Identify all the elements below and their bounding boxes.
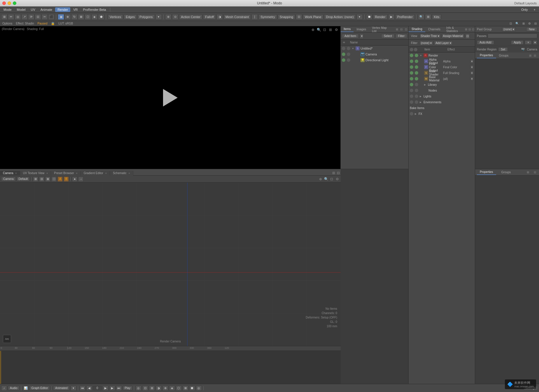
bc-icon2[interactable]: ⊡ bbox=[142, 386, 148, 391]
tb-icon4[interactable]: ↗ bbox=[21, 14, 28, 20]
vtab-uv[interactable]: UV Texture View × bbox=[20, 171, 51, 176]
auto-add-btn[interactable]: Auto Add bbox=[477, 40, 494, 45]
light-eye[interactable] bbox=[342, 58, 345, 62]
tab-area-expand[interactable]: ⊞ bbox=[331, 171, 336, 175]
cam-icon2[interactable]: ⊟ bbox=[39, 176, 44, 182]
close-button[interactable] bbox=[2, 1, 6, 5]
lights-vis[interactable] bbox=[415, 94, 418, 98]
passes-input[interactable] bbox=[488, 34, 537, 38]
scene-arrow[interactable]: ▼ bbox=[352, 47, 355, 50]
cam-icon8[interactable]: → bbox=[78, 176, 83, 182]
tb-snap2[interactable]: ⊙ bbox=[172, 14, 178, 20]
menu-model[interactable]: Model bbox=[15, 7, 28, 12]
tree-item-scene[interactable]: ▼ S Untitled* bbox=[341, 46, 408, 51]
items-settings[interactable]: ⊡ bbox=[404, 27, 408, 32]
audio-btn[interactable]: Audio bbox=[8, 386, 20, 390]
status-ctrl2[interactable]: 🔍 bbox=[515, 22, 519, 25]
animated-arrow[interactable]: ▾ bbox=[71, 386, 76, 391]
render-vis[interactable] bbox=[415, 54, 418, 57]
snapping-btn[interactable]: Snapping bbox=[278, 14, 295, 20]
filter-btn[interactable]: Filter bbox=[396, 34, 407, 38]
shade-item-bake[interactable]: Bake Items bbox=[409, 105, 475, 111]
tb-snap-magnet[interactable]: ⊡ bbox=[296, 14, 302, 20]
play-label[interactable]: Play bbox=[123, 386, 132, 390]
propb-expand[interactable]: ⊞ bbox=[526, 170, 530, 175]
bm-dropdown[interactable]: ▾ bbox=[470, 77, 474, 81]
status-ctrl3[interactable]: ⊞ bbox=[522, 22, 525, 25]
shade-item-environments[interactable]: ▶ Environments bbox=[409, 99, 475, 105]
jump-end-btn[interactable]: ⏭ bbox=[116, 386, 122, 391]
tb-search-icon[interactable]: 🔍 bbox=[418, 14, 424, 20]
menu-render[interactable]: Render bbox=[55, 7, 70, 12]
vp-ctrl-settings[interactable]: ⚙ bbox=[334, 27, 339, 32]
cam-view-ctrl3[interactable]: ⊡ bbox=[329, 177, 334, 181]
tb-scale[interactable]: ⊠ bbox=[78, 14, 84, 20]
alpha-eye[interactable] bbox=[410, 60, 413, 63]
cam-view-ctrl1[interactable]: ⊕ bbox=[318, 177, 323, 181]
shade-item-base-shader[interactable]: S Base Shader Full Shading ▾ bbox=[409, 70, 475, 76]
apply-x-btn[interactable]: × bbox=[525, 40, 532, 45]
nodes-vis[interactable] bbox=[415, 89, 418, 92]
cam-default-btn[interactable]: Default bbox=[17, 177, 30, 181]
cam-icon7[interactable]: ● bbox=[72, 176, 77, 182]
scene-lock[interactable] bbox=[347, 47, 350, 50]
lib-vis[interactable] bbox=[415, 83, 418, 86]
vtab-close-camera[interactable]: × bbox=[15, 172, 17, 175]
menu-mode[interactable]: Mode bbox=[1, 7, 14, 12]
apply-dropdown[interactable]: ▾ bbox=[533, 40, 537, 45]
vp-ctrl-search[interactable]: 🔍 bbox=[316, 27, 321, 32]
tb-icon1[interactable]: ⊞ bbox=[1, 14, 8, 20]
bc-icon5[interactable]: ⊕ bbox=[162, 386, 168, 391]
tb-poly-icon[interactable]: ▾ bbox=[155, 14, 162, 20]
bm-vis[interactable] bbox=[415, 77, 418, 80]
vtab-preset[interactable]: Preset Browser × bbox=[51, 171, 80, 176]
stab-shading[interactable]: Shading bbox=[409, 27, 425, 32]
tb-zoom-icon[interactable]: ⊞ bbox=[425, 14, 431, 20]
shade-item-render[interactable]: ▼ R Render bbox=[409, 52, 475, 58]
status-ctrl1[interactable]: ⊡ bbox=[510, 22, 512, 25]
bc-icon7[interactable]: ⬡ bbox=[176, 386, 182, 391]
propb-tab-properties[interactable]: Properties bbox=[477, 169, 496, 175]
vtab-camera[interactable]: Camera × bbox=[0, 171, 20, 176]
minimize-button[interactable] bbox=[8, 1, 11, 5]
bs-dropdown[interactable]: ▾ bbox=[470, 71, 474, 75]
polygons-btn[interactable]: Polygons bbox=[137, 14, 155, 20]
bm-eye[interactable] bbox=[410, 77, 413, 80]
falloff-btn[interactable]: Falloff bbox=[203, 14, 216, 20]
current-frame-display[interactable]: 0 bbox=[93, 386, 102, 390]
shade-item-final-color[interactable]: F Final Color Output Final Color ▾ bbox=[409, 64, 475, 70]
fc-dropdown[interactable]: ▾ bbox=[470, 65, 474, 69]
propb-shrink[interactable]: ⊟ bbox=[533, 170, 537, 175]
graph-editor-btn[interactable]: Graph Editor bbox=[29, 386, 50, 390]
tb-snap-icon[interactable]: ⊛ bbox=[165, 14, 172, 20]
menu-vr[interactable]: VR bbox=[71, 7, 80, 12]
vtab-gradient[interactable]: Gradient Editor × bbox=[81, 171, 110, 176]
fx-arrow[interactable]: ▶ bbox=[415, 113, 418, 115]
action-center-btn[interactable]: Action Center bbox=[179, 14, 203, 20]
shade-filter-icon[interactable]: ⊡ bbox=[465, 34, 470, 39]
vertices-btn[interactable]: Vertices bbox=[108, 14, 123, 20]
alpha-dropdown[interactable]: ▾ bbox=[470, 59, 474, 63]
lib-eye[interactable] bbox=[410, 83, 413, 86]
status-lock[interactable]: 🔒 bbox=[51, 22, 55, 26]
cam-icon4[interactable]: ⬡ bbox=[51, 176, 57, 182]
shading-settings[interactable]: ⊡ bbox=[471, 27, 475, 32]
lights-arrow[interactable]: ▶ bbox=[420, 95, 423, 98]
vp-ctrl-zoom[interactable]: ⊡ bbox=[322, 27, 327, 32]
propb-tab-groups[interactable]: Groups bbox=[498, 170, 514, 175]
work-plane-btn[interactable]: Work Plane bbox=[303, 14, 323, 20]
menu-add[interactable]: + bbox=[531, 7, 538, 12]
shading-shrink[interactable]: ⊟ bbox=[468, 27, 471, 32]
tb-icon6[interactable]: ⊡ bbox=[35, 14, 41, 20]
menu-only[interactable]: Only bbox=[519, 7, 530, 12]
ptab-items[interactable]: Items bbox=[341, 27, 354, 32]
camera-lock[interactable] bbox=[347, 52, 350, 56]
audio-icon[interactable]: ♪ bbox=[1, 386, 7, 391]
apply-btn[interactable]: Apply bbox=[511, 40, 524, 45]
tb-render-icon[interactable]: 🔲 bbox=[366, 14, 372, 20]
env-vis[interactable] bbox=[415, 100, 418, 104]
cam-icon5[interactable]: A bbox=[57, 176, 63, 182]
shade-item-nodes[interactable]: Nodes bbox=[409, 88, 475, 93]
prop-tab-properties[interactable]: Properties bbox=[477, 53, 496, 58]
tb-extra3[interactable]: ⬟ bbox=[98, 14, 104, 20]
